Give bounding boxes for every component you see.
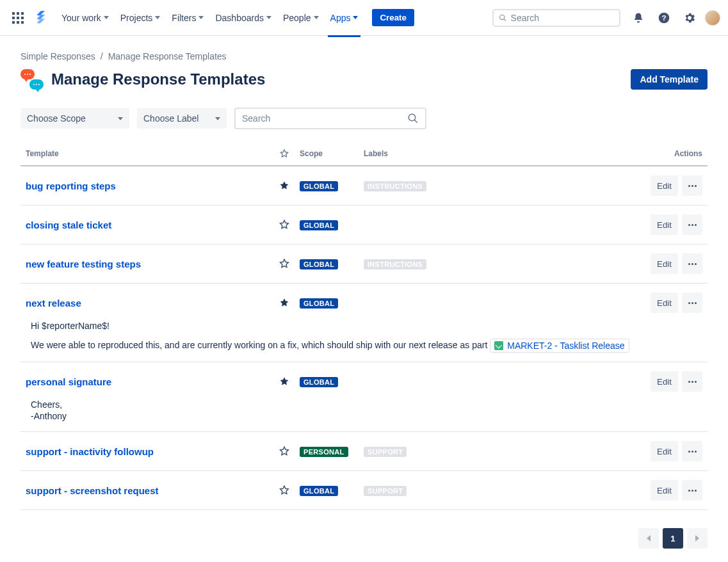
more-actions-button[interactable] [682,293,702,313]
more-icon [688,451,697,453]
nav-apps[interactable]: Apps [325,9,364,27]
settings-icon[interactable] [679,8,700,28]
chevron-down-icon [266,16,271,19]
nav-filters[interactable]: Filters [166,9,209,27]
template-name-link[interactable]: new feature testing steps [26,259,141,269]
label-select[interactable]: Choose Label [137,108,227,129]
scope-badge: GLOBAL [300,220,338,230]
star-toggle[interactable] [269,485,300,496]
table-header: Template Scope Labels Actions [20,142,708,166]
col-scope: Scope [300,149,364,158]
page-prev-button[interactable] [638,528,659,549]
nav-dashboards[interactable]: Dashboards [210,9,277,27]
nav-people[interactable]: People [278,9,324,27]
star-outline-icon [279,485,290,496]
more-actions-button[interactable] [682,253,702,274]
chevron-down-icon [155,16,160,19]
avatar[interactable] [705,10,720,26]
app-switcher-icon[interactable] [8,8,28,28]
edit-button[interactable]: Edit [651,480,678,501]
more-actions-button[interactable] [682,214,702,235]
svg-line-10 [504,19,506,20]
svg-line-14 [414,120,417,123]
more-actions-button[interactable] [682,441,702,462]
svg-rect-8 [21,21,24,24]
more-actions-button[interactable] [682,480,702,501]
label-badge: SUPPORT [364,447,407,457]
global-search[interactable] [492,9,620,27]
global-search-input[interactable] [511,13,614,23]
more-icon [688,263,697,265]
edit-button[interactable]: Edit [651,253,678,274]
star-toggle[interactable] [269,297,300,309]
svg-point-9 [500,15,505,19]
scope-badge: GLOBAL [300,377,338,387]
template-name-link[interactable]: closing stale ticket [26,220,111,230]
nav-label: People [283,13,311,23]
page-number-button[interactable]: 1 [663,528,683,549]
edit-button[interactable]: Edit [651,214,678,235]
more-actions-button[interactable] [682,175,702,196]
star-toggle[interactable] [269,219,300,230]
create-button[interactable]: Create [372,9,414,26]
preview-line: Cheers, [31,399,697,410]
issue-link[interactable]: MARKET-2 - Tasklist Release [490,339,629,353]
scope-badge: PERSONAL [300,447,348,457]
template-name-link[interactable]: support - inactivity followup [26,446,154,457]
chevron-down-icon [353,16,358,19]
breadcrumb: Simple Responses / Manage Response Templ… [20,51,708,61]
issue-link-text: MARKET-2 - Tasklist Release [507,341,624,351]
breadcrumb-separator: / [101,51,103,61]
star-outline-icon [279,219,290,230]
nav-your-work[interactable]: Your work [56,9,114,27]
template-preview: Cheers,-Anthony [26,392,702,422]
template-name-link[interactable]: bug reporting steps [26,181,116,191]
chevron-down-icon [198,16,204,19]
page-next-button[interactable] [687,528,708,549]
nav-label: Projects [120,13,153,23]
table-row: next releaseGLOBALEditHi $reporterName$!… [20,284,708,362]
pagination: 1 [20,528,708,549]
nav-projects[interactable]: Projects [115,9,166,27]
star-filled-icon [279,297,290,309]
page-header: Manage Response Templates Add Template [20,69,708,90]
star-outline-icon [279,446,290,457]
top-nav: Your work Projects Filters Dashboards Pe… [0,0,728,36]
col-actions: Actions [626,149,702,158]
preview-body: We were able to reproduced this, and are… [31,340,487,350]
star-toggle[interactable] [269,446,300,457]
label-badge: INSTRUCTIONS [364,259,426,269]
add-template-button[interactable]: Add Template [631,69,708,90]
notifications-icon[interactable] [628,8,649,28]
svg-rect-1 [17,12,19,15]
star-toggle[interactable] [269,258,300,269]
more-icon [688,185,697,187]
jira-logo-icon[interactable] [31,8,51,28]
table-row: new feature testing stepsGLOBALINSTRUCTI… [20,245,708,284]
template-name-link[interactable]: support - screenshot request [26,485,159,496]
edit-button[interactable]: Edit [651,175,678,196]
filters-bar: Choose Scope Choose Label [20,108,708,129]
edit-button[interactable]: Edit [651,293,678,313]
help-icon[interactable]: ? [654,8,674,28]
star-toggle[interactable] [269,180,300,191]
breadcrumb-root[interactable]: Simple Responses [20,51,95,61]
issue-type-icon [494,341,503,350]
scope-select[interactable]: Choose Scope [20,108,129,129]
col-template: Template [26,149,269,158]
template-search[interactable] [234,108,426,129]
svg-rect-3 [12,17,15,19]
star-outline-icon [279,149,289,159]
star-toggle[interactable] [269,376,300,387]
template-search-input[interactable] [242,113,407,124]
more-actions-button[interactable] [682,371,702,392]
template-preview: Hi $reporterName$!We were able to reprod… [26,313,702,353]
preview-line: -Anthony [31,411,697,421]
template-name-link[interactable]: next release [26,298,81,309]
breadcrumb-current: Manage Response Templates [108,51,227,61]
edit-button[interactable]: Edit [651,371,678,392]
scope-badge: GLOBAL [300,259,338,269]
template-name-link[interactable]: personal signature [26,376,111,387]
search-icon [407,113,419,124]
edit-button[interactable]: Edit [651,441,678,462]
